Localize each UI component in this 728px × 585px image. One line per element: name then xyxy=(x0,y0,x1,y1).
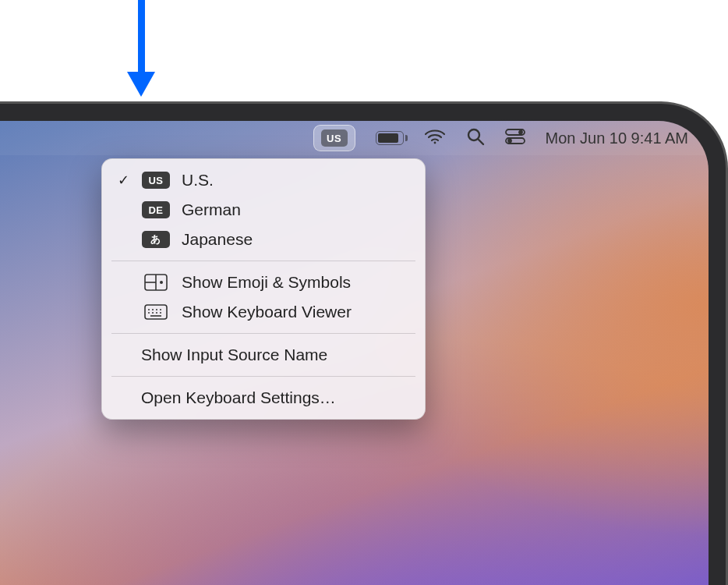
character-viewer-icon xyxy=(141,273,171,292)
input-source-label: Japanese xyxy=(182,230,253,249)
checkmark-icon: ✓ xyxy=(116,172,130,189)
pointer-arrow xyxy=(129,0,152,101)
svg-point-4 xyxy=(519,131,522,134)
input-source-menu[interactable]: US xyxy=(313,125,355,151)
input-source-badge: US xyxy=(321,129,348,147)
menu-bar: US xyxy=(0,121,709,155)
battery-status[interactable] xyxy=(376,125,404,151)
menu-item-label: Show Input Source Name xyxy=(141,346,327,364)
menu-item-label: Show Emoji & Symbols xyxy=(182,273,351,292)
menu-item-label: Show Keyboard Viewer xyxy=(182,303,352,321)
menu-separator xyxy=(111,261,415,261)
menu-separator xyxy=(111,376,415,377)
input-source-label: U.S. xyxy=(182,171,214,190)
menu-separator xyxy=(111,333,415,334)
input-source-label: German xyxy=(182,200,241,219)
screen: US xyxy=(0,121,709,585)
svg-line-2 xyxy=(479,140,483,144)
input-badge-icon: DE xyxy=(141,201,171,218)
control-center-icon xyxy=(505,129,525,147)
input-source-item-us[interactable]: ✓ US U.S. xyxy=(102,165,425,195)
spotlight-search[interactable] xyxy=(466,125,485,151)
input-source-item-japanese[interactable]: あ Japanese xyxy=(102,225,425,254)
input-source-dropdown: ✓ US U.S. DE German あ Japanese xyxy=(101,158,426,420)
svg-point-1 xyxy=(468,129,479,140)
show-keyboard-viewer-item[interactable]: Show Keyboard Viewer xyxy=(102,297,425,327)
wifi-icon xyxy=(424,128,446,148)
battery-icon xyxy=(376,131,404,145)
datetime-text: Mon Jun 10 9:41 AM xyxy=(546,129,688,147)
clock[interactable]: Mon Jun 10 9:41 AM xyxy=(546,125,688,151)
show-emoji-item[interactable]: Show Emoji & Symbols xyxy=(102,268,425,297)
svg-point-6 xyxy=(508,140,511,143)
menu-item-label: Open Keyboard Settings… xyxy=(141,388,336,407)
wifi-status[interactable] xyxy=(424,125,446,151)
svg-point-0 xyxy=(433,142,436,144)
show-input-source-name-item[interactable]: Show Input Source Name xyxy=(102,340,425,370)
keyboard-icon xyxy=(141,303,171,321)
open-keyboard-settings-item[interactable]: Open Keyboard Settings… xyxy=(102,383,425,413)
svg-point-10 xyxy=(160,281,163,284)
control-center[interactable] xyxy=(505,125,525,151)
input-badge-icon: US xyxy=(141,172,171,189)
device-frame: US xyxy=(0,101,728,585)
svg-rect-11 xyxy=(145,305,167,319)
search-icon xyxy=(466,127,485,149)
input-source-item-german[interactable]: DE German xyxy=(102,195,425,225)
input-badge-icon: あ xyxy=(141,231,171,248)
